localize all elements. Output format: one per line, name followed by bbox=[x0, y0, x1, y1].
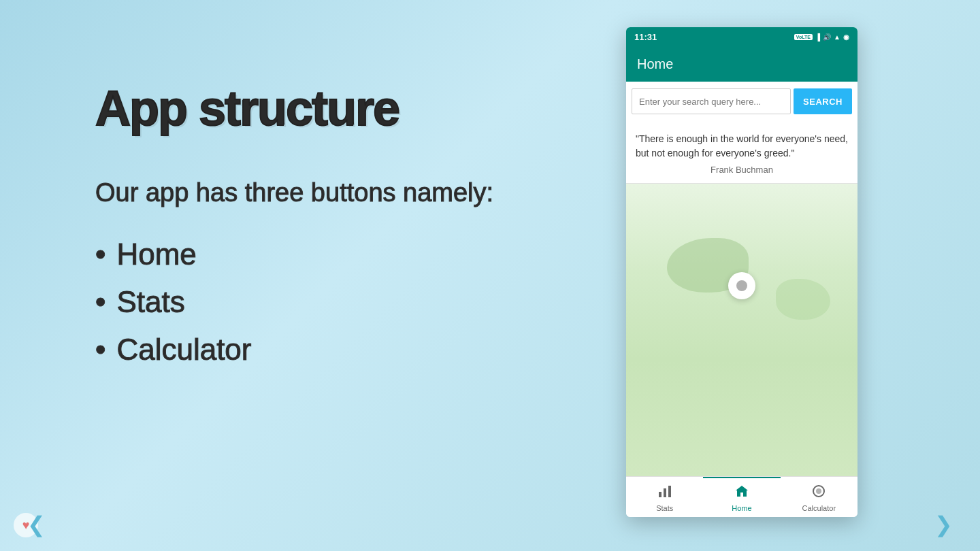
svg-rect-0 bbox=[659, 492, 662, 497]
quote-text: "There is enough in the world for everyo… bbox=[636, 132, 848, 161]
phone-mockup: 11:31 VoLTE ▐ 🔊 ▲ ◉ Home SEARCH "There i… bbox=[626, 27, 858, 517]
nav-item-calculator[interactable]: Calculator bbox=[781, 477, 858, 517]
list-item-home: Home bbox=[95, 237, 517, 271]
slide-subtitle: Our app has three buttons namely: bbox=[95, 176, 517, 210]
svg-rect-2 bbox=[668, 486, 671, 497]
status-time: 11:31 bbox=[634, 32, 657, 42]
location-icon: ◉ bbox=[843, 33, 849, 41]
nav-label-stats: Stats bbox=[656, 504, 673, 512]
nav-label-home: Home bbox=[732, 504, 751, 512]
home-icon bbox=[734, 484, 749, 503]
map-marker bbox=[728, 272, 755, 299]
nav-arrow-left[interactable]: ❮ bbox=[27, 512, 46, 537]
map-area bbox=[626, 184, 858, 476]
search-area: SEARCH bbox=[626, 82, 858, 121]
slide-content: App structure Our app has three buttons … bbox=[95, 82, 517, 380]
slide-title: App structure bbox=[95, 82, 517, 135]
volte-badge: VoLTE bbox=[794, 34, 813, 40]
svg-point-4 bbox=[816, 488, 821, 494]
nav-label-calculator: Calculator bbox=[802, 504, 836, 512]
status-bar: 11:31 VoLTE ▐ 🔊 ▲ ◉ bbox=[626, 27, 858, 46]
stats-icon bbox=[657, 484, 672, 503]
bullet-list: Home Stats Calculator bbox=[95, 237, 517, 367]
bottom-nav: Stats Home Calculator bbox=[626, 476, 858, 517]
app-bar-title: Home bbox=[637, 56, 673, 72]
svg-rect-1 bbox=[664, 488, 666, 497]
nav-item-home[interactable]: Home bbox=[703, 477, 780, 517]
wifi-icon: ▲ bbox=[834, 33, 840, 41]
search-button[interactable]: SEARCH bbox=[794, 88, 852, 114]
list-item-stats: Stats bbox=[95, 285, 517, 319]
nav-arrow-right[interactable]: ❯ bbox=[934, 512, 953, 537]
status-icons: VoLTE ▐ 🔊 ▲ ◉ bbox=[794, 33, 849, 41]
quote-author: Frank Buchman bbox=[636, 165, 848, 175]
search-input[interactable] bbox=[632, 88, 791, 114]
quote-card: "There is enough in the world for everyo… bbox=[626, 121, 858, 184]
app-bar: Home bbox=[626, 46, 858, 82]
map-region-2 bbox=[776, 279, 830, 320]
map-marker-dot bbox=[736, 280, 747, 291]
nav-item-stats[interactable]: Stats bbox=[626, 477, 703, 517]
signal-bars-icon: ▐ bbox=[815, 33, 820, 41]
list-item-calculator: Calculator bbox=[95, 333, 517, 367]
calculator-icon bbox=[811, 484, 826, 503]
volume-icon: 🔊 bbox=[823, 33, 831, 41]
